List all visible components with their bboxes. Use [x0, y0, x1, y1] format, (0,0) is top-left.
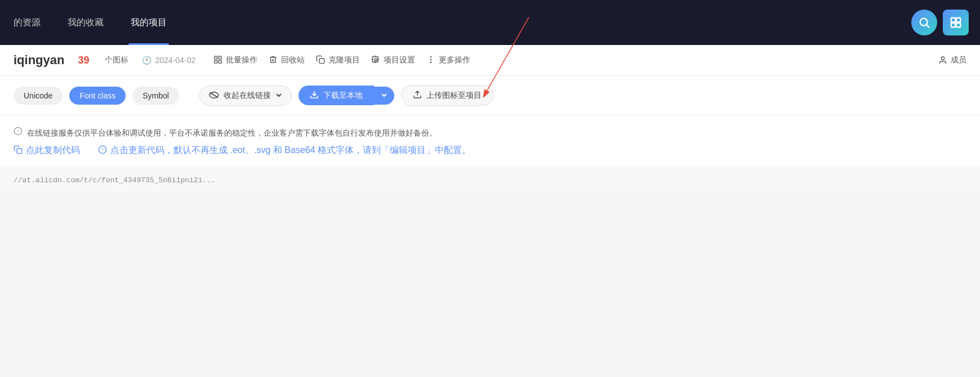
top-nav: 的资源 我的收藏 我的项目	[0, 0, 980, 45]
svg-line-1	[926, 25, 929, 28]
info-section: 在线链接服务仅供平台体验和调试使用，平台不承诺服务的稳定性，企业客户需下载字体包…	[0, 115, 980, 168]
svg-rect-2	[951, 18, 955, 22]
download-group: 下载至本地	[299, 86, 394, 105]
project-date: 🕐 2024-04-02	[142, 56, 195, 65]
svg-point-14	[430, 62, 431, 62]
info-icon	[98, 145, 107, 156]
update-code-link[interactable]: 点击更新代码，默认不再生成 .eot、.svg 和 Base64 格式字体，请到…	[98, 145, 471, 156]
svg-point-12	[430, 59, 431, 60]
add-button[interactable]	[943, 10, 969, 35]
svg-point-0	[920, 19, 928, 26]
svg-rect-5	[956, 23, 960, 27]
clone-action[interactable]: 克隆项目	[316, 55, 360, 66]
download-local-button[interactable]: 下载至本地	[299, 86, 374, 105]
svg-point-13	[430, 56, 431, 57]
unicode-tab[interactable]: Unicode	[14, 87, 63, 105]
clock-icon: 🕐	[142, 56, 152, 65]
more-action[interactable]: 更多操作	[426, 55, 470, 66]
batch-icon	[213, 55, 222, 66]
recycle-icon	[269, 55, 278, 66]
settings-action[interactable]: 项目设置	[371, 55, 415, 66]
icon-count-label: 个图标	[105, 55, 128, 65]
svg-rect-4	[951, 23, 955, 27]
svg-rect-9	[219, 60, 221, 63]
nav-tab-my-projects[interactable]: 我的项目	[128, 0, 169, 45]
nav-tabs: 的资源 我的收藏 我的项目	[11, 0, 169, 45]
code-snippet: //at.alicdn.com/t/c/font_4349735_5n6i1pn…	[0, 168, 980, 192]
batch-action[interactable]: 批量操作	[213, 55, 257, 66]
more-icon	[426, 55, 435, 66]
link-row: 点此复制代码 点击更新代码，默认不再生成 .eot、.svg 和 Base64 …	[14, 145, 966, 156]
upload-icon	[413, 90, 422, 101]
svg-rect-3	[956, 18, 960, 22]
download-dropdown-button[interactable]	[374, 87, 394, 105]
member-button[interactable]: 成员	[938, 55, 966, 65]
svg-rect-7	[219, 56, 221, 59]
svg-rect-8	[215, 60, 217, 63]
svg-rect-22	[17, 149, 22, 154]
font-class-tab[interactable]: Font class	[69, 87, 126, 105]
icon-count: 39	[78, 55, 89, 66]
download-icon	[310, 90, 319, 101]
search-button[interactable]	[911, 10, 937, 35]
project-actions: 批量操作 回收站 克隆项目	[213, 55, 470, 66]
eye-close-icon	[209, 91, 219, 100]
toolbar: Unicode Font class Symbol 收起在线链接	[0, 76, 980, 115]
svg-rect-6	[215, 56, 217, 59]
settings-icon	[371, 55, 380, 66]
collapse-link-button[interactable]: 收起在线链接	[199, 86, 292, 106]
project-header: iqingyan 39 个图标 🕐 2024-04-02 批量操作	[0, 45, 980, 76]
upload-icon-button[interactable]: 上传图标至项目	[401, 85, 493, 106]
svg-rect-10	[319, 59, 324, 64]
collapse-dropdown-icon	[275, 91, 282, 100]
nav-tab-my-resources[interactable]: 的资源	[11, 0, 43, 45]
nav-tab-my-favorites[interactable]: 我的收藏	[65, 0, 106, 45]
clone-icon	[316, 55, 325, 66]
project-name: iqingyan	[14, 53, 64, 68]
recycle-action[interactable]: 回收站	[269, 55, 305, 66]
nav-right	[911, 10, 969, 35]
symbol-tab[interactable]: Symbol	[132, 87, 179, 105]
copy-code-link[interactable]: 点此复制代码	[14, 145, 80, 156]
svg-point-11	[375, 59, 377, 61]
info-warning-line: 在线链接服务仅供平台体验和调试使用，平台不承诺服务的稳定性，企业客户需下载字体包…	[14, 127, 966, 139]
copy-icon	[14, 145, 23, 156]
warning-icon	[14, 127, 23, 139]
svg-point-15	[941, 57, 944, 60]
